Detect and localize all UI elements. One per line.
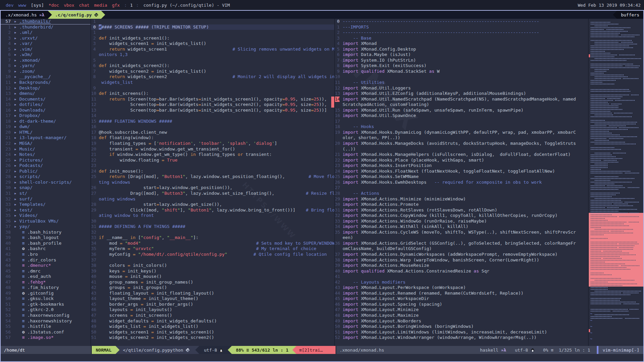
code-line[interactable]: 23import XMonad.Hooks.InsertPosition bbox=[335, 163, 588, 169]
code-line[interactable]: 8import System.Exit (exitSuccess) bbox=[335, 63, 588, 69]
code-line[interactable]: 20 transient = window.window.get_wm_tran… bbox=[91, 146, 334, 152]
code-line[interactable]: 49 widgets_list = init_widgets_list() bbox=[91, 324, 334, 329]
code-line[interactable]: 45import XMonad.Layout.WorkspaceDir bbox=[335, 296, 588, 302]
tree-item[interactable]: 46≡.esd_auth bbox=[1, 274, 90, 280]
code-line[interactable]: 44import XMonad.Layout.Renamed (renamed,… bbox=[335, 291, 588, 296]
code-line[interactable]: 18 -- Hooks bbox=[335, 124, 588, 130]
tree-item[interactable]: 47≡.fehbg* bbox=[1, 280, 90, 285]
tree-item[interactable]: 20▸HTML/ bbox=[1, 130, 90, 135]
code-line[interactable]: 46import XMonad.Layout.Spacing (spacing) bbox=[335, 302, 588, 307]
code-line[interactable]: 10def init_screens(): bbox=[91, 91, 334, 97]
code-line[interactable]: 1---IMPORTS bbox=[335, 24, 588, 30]
file-tree-pane[interactable]: 57▸.thumbnails/1▸.thunderbird/2▸.uml/3▸.… bbox=[1, 19, 90, 346]
tree-item[interactable]: 43≡.dir_colors bbox=[1, 257, 90, 263]
code-line[interactable]: 51 widgets_screen2 = init_widgets_screen… bbox=[91, 335, 334, 341]
workspace-tag-chat[interactable]: chat bbox=[77, 3, 92, 8]
tree-item[interactable]: 18▸dt-dark-theme/ bbox=[1, 119, 90, 124]
code-line[interactable]: 47import XMonad.Layout.Minimize bbox=[335, 307, 588, 313]
tree-item[interactable]: 52≡.gtkrc-2.0 bbox=[1, 307, 90, 313]
code-line[interactable]: 3 widgets_screen1 = init_widgets_list() bbox=[91, 41, 334, 47]
tree-item[interactable]: 7▸.xmonad/ bbox=[1, 58, 90, 63]
code-line[interactable]: 37import XMonad.Actions.DynamicWorkspace… bbox=[335, 252, 588, 257]
code-line[interactable]: 35 myTerm = "urxvtc" # My terminal of ch… bbox=[91, 246, 334, 252]
code-line[interactable]: 21 if window.window.get_wm_type() in flo… bbox=[91, 152, 334, 158]
code-line[interactable]: 31##### DEFINING A FEW THINGS ##### bbox=[91, 224, 334, 230]
code-line[interactable]: 42 groups = init_groups() bbox=[91, 285, 334, 291]
code-line[interactable]: 37 bbox=[91, 257, 334, 263]
code-line[interactable]: 6def init_widgets_screen2(): bbox=[91, 63, 334, 69]
tree-item[interactable]: 25▸Pictures/ bbox=[1, 158, 90, 163]
code-line[interactable]: een) bbox=[335, 235, 588, 241]
code-line[interactable]: 11 -- Utilities bbox=[335, 80, 588, 85]
code-line[interactable]: 30import XMonad.Actions.Promote bbox=[335, 202, 588, 207]
tree-item[interactable]: 23▸Music/ bbox=[1, 146, 90, 152]
code-line[interactable]: 19 floating_types = ['notification', 'to… bbox=[91, 141, 334, 146]
code-line[interactable]: 25 return [Drag([mod], "Button1", lazy.w… bbox=[91, 174, 334, 180]
code-line[interactable]: 51import XMonad.Layout.LimitWindows (lim… bbox=[335, 329, 588, 335]
code-line[interactable]: 5 bbox=[91, 58, 334, 63]
code-line[interactable]: 19import XMonad.Hooks.DynamicLog (dynami… bbox=[335, 130, 588, 135]
workspace-tags[interactable]: devwww[sys]*docvboxchatmediagfx bbox=[3, 3, 122, 8]
tree-item[interactable]: 48≡.fim_history bbox=[1, 285, 90, 291]
tree-item[interactable]: 22▸MEGA/ bbox=[1, 141, 90, 146]
workspace-tag-dev[interactable]: dev bbox=[3, 3, 16, 8]
code-line[interactable]: 27 bbox=[335, 185, 588, 191]
code-line[interactable]: 31import XMonad.Actions.RotSlaves (rotSl… bbox=[335, 207, 588, 213]
workspace-tag-gfx[interactable]: gfx bbox=[110, 3, 122, 8]
code-line[interactable]: omClassName, buildDefaultGSConfig) bbox=[335, 246, 588, 252]
code-line[interactable]: 26import XMonad.Hooks.EwmhDesktops -- re… bbox=[335, 180, 588, 185]
tree-item[interactable]: 45≡.dmrc bbox=[1, 268, 90, 274]
code-line[interactable]: 32 bbox=[91, 230, 334, 235]
window-separator[interactable] bbox=[588, 19, 589, 346]
buffers-button[interactable]: buffers bbox=[617, 11, 643, 19]
vim-command-line[interactable] bbox=[1, 354, 643, 361]
tree-item[interactable]: 44≡.dmenurc* bbox=[1, 263, 90, 268]
code-line[interactable]: 0---------------------------------------… bbox=[335, 19, 588, 24]
tree-item[interactable]: 50≡.gksu.lock bbox=[1, 296, 90, 302]
code-line[interactable]: 25import XMonad.Hooks.SetWMName bbox=[335, 174, 588, 180]
code-line[interactable]: 24import XMonad.Hooks.FloatNext (floatNe… bbox=[335, 169, 588, 174]
tree-item[interactable]: 57▸.thumbnails/ bbox=[1, 19, 90, 24]
code-line[interactable]: 13 Screen(top=bar.Bar(widgets=init_widge… bbox=[91, 108, 334, 113]
code-line[interactable]: ating window to front bbox=[91, 213, 334, 219]
tree-item[interactable]: 12▸Desktop/ bbox=[1, 85, 90, 91]
code-line[interactable]: 10 bbox=[335, 74, 588, 80]
tree-item[interactable]: 38≡.bash_history bbox=[1, 230, 90, 235]
code-line[interactable]: 4import XMonad bbox=[335, 41, 588, 47]
code-line[interactable]: 41 group_names = init_group_names() bbox=[91, 280, 334, 285]
code-line[interactable]: 9 bbox=[91, 85, 334, 91]
code-line[interactable]: 44 layout_theme = init_layout_theme() bbox=[91, 296, 334, 302]
tree-item[interactable]: 5▸.vim/ bbox=[1, 47, 90, 52]
code-line[interactable]: widgets_list bbox=[91, 80, 334, 85]
tree-item[interactable]: 54≡.haxornewshistory bbox=[1, 318, 90, 324]
tree-item[interactable]: 28▸scripts/ bbox=[1, 174, 90, 180]
tree-item[interactable]: 33▸Templates/ bbox=[1, 202, 90, 207]
code-line[interactable]: 0##### SCREENS ##### (TRIPLE MONITOR SET… bbox=[91, 24, 334, 30]
code-line[interactable]: 30 bbox=[91, 219, 334, 224]
code-line[interactable]: 29import XMonad.Actions.Minimize (minimi… bbox=[335, 196, 588, 202]
minimap-canvas[interactable] bbox=[589, 19, 643, 346]
code-line[interactable]: olor, shorten, PP(..)) bbox=[335, 135, 588, 141]
tree-item[interactable]: 24▸Notes/ bbox=[1, 152, 90, 158]
tree-item[interactable]: 17▸Dropbox/ bbox=[1, 113, 90, 119]
code-line[interactable]: 39 keys = init_keys() bbox=[91, 268, 334, 274]
code-line[interactable]: 43 floating_layout = init_floating_layou… bbox=[91, 291, 334, 296]
code-line[interactable]: 28 start=lazy.window.get_size()), bbox=[91, 202, 334, 207]
code-line[interactable]: 46 layouts = init_layouts() bbox=[91, 307, 334, 313]
code-line[interactable]: 38import XMonad.Actions.Warp (warpToWind… bbox=[335, 257, 588, 263]
code-line[interactable]: 50 widgets_screen1 = init_widgets_screen… bbox=[91, 329, 334, 335]
tree-item[interactable]: 34▸test/ bbox=[1, 207, 90, 213]
python-editor-pane[interactable]: 10##### SCREENS ##### (TRIPLE MONITOR SE… bbox=[91, 19, 334, 346]
window-separator[interactable] bbox=[90, 19, 91, 346]
tree-item[interactable]: 30▸snap/ bbox=[1, 185, 90, 191]
code-line[interactable]: 15import XMonad.Util.Run (safeSpawn, uns… bbox=[335, 108, 588, 113]
code-line[interactable]: 50import XMonad.Layout.BoringWindows (bo… bbox=[335, 324, 588, 329]
code-line[interactable]: 29 Click([mod, "shift"], "Button1", lazy… bbox=[91, 207, 334, 213]
tree-item[interactable]: 53≡.haxornewsconfig bbox=[1, 313, 90, 318]
code-line[interactable]: 1 bbox=[91, 19, 334, 24]
workspace-tag-media[interactable]: media bbox=[92, 3, 110, 8]
tree-item[interactable]: 8▸.yarn/ bbox=[1, 63, 90, 69]
tree-item[interactable]: 13▸dmenu/ bbox=[1, 91, 90, 97]
tree-item[interactable]: 57≡.image.so* bbox=[1, 335, 90, 341]
code-line[interactable]: 18def floating(window): bbox=[91, 135, 334, 141]
